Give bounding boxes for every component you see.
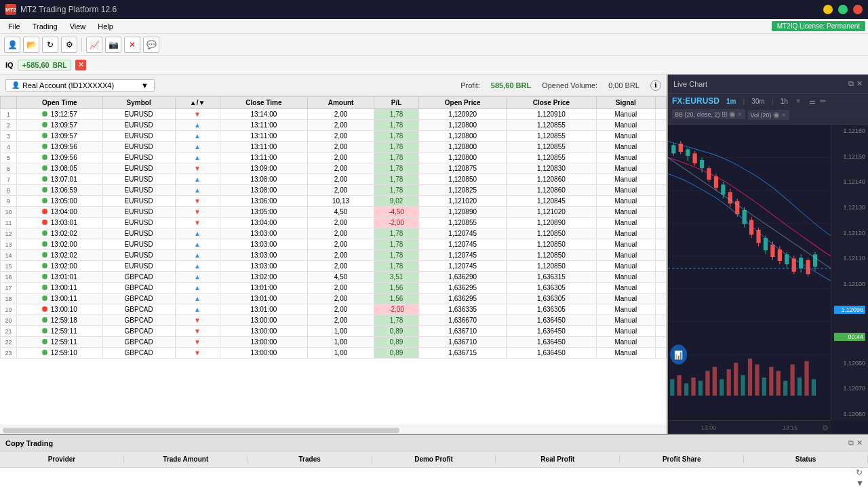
table-row: 15 13:02:00 EURUSD ▲ 13:03:00 2,00 1,78 … <box>1 261 667 272</box>
row-signal: Manual <box>596 228 655 239</box>
row-direction: ▼ <box>175 207 220 218</box>
row-direction: ▲ <box>175 120 220 131</box>
row-open-price: 1,636290 <box>419 272 507 283</box>
mid-area: 👤 Real Account (ID1XXXXX4) ▼ Profit: 585… <box>0 75 868 434</box>
row-num: 23 <box>1 348 17 359</box>
col-num <box>1 97 17 109</box>
settings-button[interactable]: ⚙ <box>61 37 77 53</box>
timeframe-1m[interactable]: 1m <box>724 97 738 106</box>
menu-help[interactable]: Help <box>92 21 119 32</box>
chart-close-button[interactable]: ✕ <box>856 79 863 88</box>
table-row: 4 13:09:56 EURUSD ▲ 13:11:00 2,00 1,78 1… <box>1 142 667 152</box>
chart-draw-button[interactable]: ✏ <box>820 97 826 106</box>
svg-rect-8 <box>671 145 675 153</box>
info-icon[interactable]: ℹ <box>650 80 661 91</box>
svg-rect-68 <box>804 361 808 396</box>
ct-col-trades: Trades <box>248 455 372 463</box>
row-close-price: 1,120910 <box>507 109 596 120</box>
row-signal: Manual <box>596 218 655 228</box>
row-direction: ▲ <box>175 152 220 163</box>
iq-bar: IQ +585,60 BRL ✕ <box>0 56 868 75</box>
copy-refresh-button[interactable]: ↻ <box>856 468 864 477</box>
row-pnl: 1,78 <box>374 250 418 261</box>
row-extra <box>656 163 667 174</box>
row-pnl: 1,78 <box>374 152 418 163</box>
row-num: 19 <box>1 304 17 315</box>
menu-view[interactable]: View <box>64 21 92 32</box>
row-pnl: 1,78 <box>374 120 418 131</box>
row-status-open: 12:59:18 <box>17 315 103 326</box>
row-direction: ▲ <box>175 283 220 293</box>
row-symbol: EURUSD <box>102 131 175 142</box>
copy-restore-button[interactable]: ⧉ <box>848 439 854 447</box>
row-amount: 4,50 <box>308 272 374 283</box>
trades-table-element: Open Time Symbol ▲/▼ Close Time Amount P… <box>0 96 667 359</box>
chart-restore-button[interactable]: ⧉ <box>848 79 854 88</box>
stop-button[interactable]: ✕ <box>124 37 140 53</box>
row-extra <box>656 250 667 261</box>
copy-filter-button[interactable]: ▼ <box>856 479 864 488</box>
copy-close-button[interactable]: ✕ <box>856 439 863 447</box>
user-icon-button[interactable]: 👤 <box>4 37 20 53</box>
table-row: 14 13:02:02 EURUSD ▲ 13:03:00 2,00 1,78 … <box>1 250 667 261</box>
svg-rect-61 <box>755 365 759 396</box>
row-signal: Manual <box>596 250 655 261</box>
row-open-price: 1,120800 <box>419 131 507 142</box>
row-signal: Manual <box>596 293 655 304</box>
svg-rect-52 <box>691 378 695 396</box>
svg-rect-36 <box>770 245 774 257</box>
table-row: 20 12:59:18 GBPCAD ▼ 13:00:00 2,00 1,78 … <box>1 315 667 326</box>
minimize-button[interactable] <box>823 5 833 14</box>
row-symbol: EURUSD <box>102 152 175 163</box>
ct-col-amount: Trade Amount <box>124 455 248 463</box>
account-selector[interactable]: 👤 Real Account (ID1XXXXX4) ▼ <box>5 79 155 92</box>
row-extra <box>656 304 667 315</box>
row-close-price: 1,636305 <box>507 283 596 293</box>
refresh-button[interactable]: ↻ <box>42 37 58 53</box>
copy-trading-header-bar: Copy Trading ⧉ ✕ <box>0 435 868 451</box>
camera-button[interactable]: 📷 <box>105 37 121 53</box>
chart-settings-button[interactable]: ⚙ <box>822 424 829 432</box>
row-num: 17 <box>1 283 17 293</box>
table-row: 7 13:07:01 EURUSD ▲ 13:08:00 2,00 1,78 1… <box>1 174 667 185</box>
profit-label: Profit: <box>460 81 480 89</box>
symbol-row: FX:EURUSD 1m | 30m | 1h ▼ ⚌ ✏ <box>672 96 864 106</box>
row-amount: 2,00 <box>308 218 374 228</box>
menu-trading[interactable]: Trading <box>27 21 63 32</box>
chat-button[interactable]: 💬 <box>143 37 159 53</box>
ct-col-demo: Demo Profit <box>372 455 496 463</box>
chart-svg: 📊 <box>668 125 831 420</box>
chart-indicator-button[interactable]: ⚌ <box>809 97 816 106</box>
row-pnl: 0,89 <box>374 348 418 359</box>
row-close-price: 1,636450 <box>507 337 596 348</box>
row-signal: Manual <box>596 315 655 326</box>
horizontal-scrollbar[interactable] <box>0 426 667 434</box>
row-extra <box>656 337 667 348</box>
copy-trading-columns: Provider Trade Amount Trades Demo Profit… <box>0 451 868 468</box>
maximize-button[interactable] <box>838 5 848 14</box>
row-extra <box>656 348 667 359</box>
trades-table[interactable]: Open Time Symbol ▲/▼ Close Time Amount P… <box>0 96 667 426</box>
svg-rect-20 <box>714 176 718 188</box>
row-close-time: 13:08:00 <box>220 185 308 196</box>
row-extra <box>656 239 667 250</box>
indicator-bb-close[interactable]: ✕ <box>737 111 743 118</box>
row-direction: ▼ <box>175 109 220 120</box>
svg-rect-54 <box>705 371 709 395</box>
menu-file[interactable]: File <box>3 21 26 32</box>
close-button[interactable] <box>853 5 863 14</box>
row-symbol: GBPCAD <box>102 293 175 304</box>
timeframe-30m[interactable]: 30m <box>749 97 767 106</box>
row-close-time: 13:09:00 <box>220 163 308 174</box>
row-pnl: -4,50 <box>374 207 418 218</box>
chart-button[interactable]: 📈 <box>86 37 102 53</box>
timeframe-1h[interactable]: 1h <box>778 97 791 106</box>
row-symbol: EURUSD <box>102 120 175 131</box>
folder-button[interactable]: 📂 <box>23 37 39 53</box>
table-row: 5 13:09:56 EURUSD ▲ 13:11:00 2,00 1,78 1… <box>1 152 667 163</box>
iq-close-button[interactable]: ✕ <box>75 60 86 70</box>
window-controls <box>823 5 863 14</box>
ct-col-status: Status <box>744 455 868 463</box>
indicator-vol-close[interactable]: ✕ <box>781 112 787 119</box>
table-row: 17 13:00:11 GBPCAD ▲ 13:01:00 2,00 1,56 … <box>1 283 667 293</box>
